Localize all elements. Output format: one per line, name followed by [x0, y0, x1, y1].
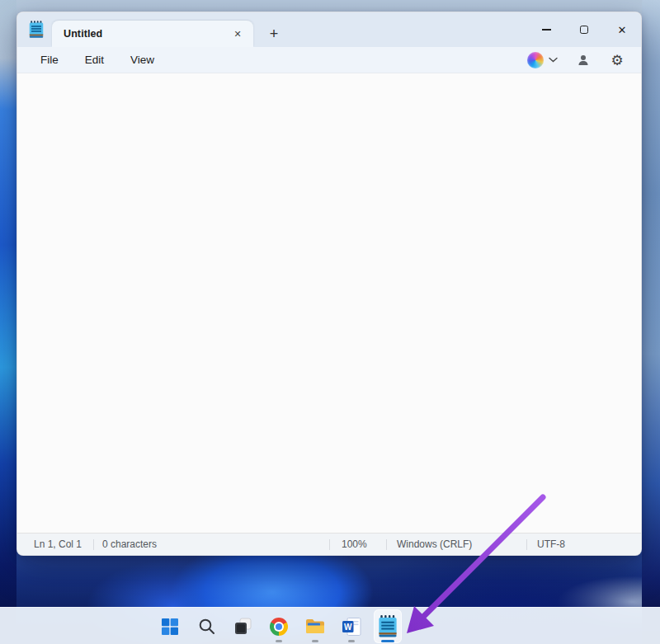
taskbar-notepad-button[interactable]: [374, 609, 402, 643]
running-indicator: [348, 640, 355, 642]
menu-bar: File Edit View ⚙: [17, 47, 641, 73]
account-button[interactable]: [573, 49, 594, 71]
tab-close-icon[interactable]: ✕: [229, 25, 247, 43]
notepad-app-icon: [29, 21, 44, 39]
close-icon: ✕: [618, 24, 627, 36]
person-icon: [577, 54, 590, 67]
menu-view[interactable]: View: [122, 49, 163, 70]
titlebar[interactable]: Untitled ✕ + ✕: [17, 12, 641, 47]
word-icon: W: [342, 618, 361, 636]
settings-button[interactable]: ⚙: [606, 49, 628, 71]
status-encoding: UTF-8: [527, 534, 641, 555]
taskbar-task-view-button[interactable]: [229, 609, 257, 643]
minimize-button[interactable]: [527, 12, 565, 47]
notepad-icon: [378, 615, 398, 638]
status-zoom-level: 100%: [330, 534, 386, 555]
file-explorer-icon: [305, 618, 325, 635]
taskbar-icons: W: [156, 609, 402, 643]
new-tab-button[interactable]: +: [263, 23, 285, 45]
menu-edit[interactable]: Edit: [77, 49, 112, 70]
menubar-right-icons: ⚙: [525, 49, 634, 71]
status-character-count: 0 characters: [94, 534, 329, 555]
taskbar: W: [0, 607, 660, 644]
status-bar: Ln 1, Col 1 0 characters 100% Windows (C…: [17, 533, 641, 555]
chrome-icon: [270, 618, 288, 636]
minimize-icon: [542, 29, 551, 31]
svg-text:W: W: [344, 622, 352, 631]
gear-icon: ⚙: [610, 52, 623, 68]
copilot-icon: [527, 52, 544, 68]
window-controls: ✕: [527, 12, 641, 47]
tab-title: Untitled: [64, 28, 229, 40]
status-cursor-position: Ln 1, Col 1: [17, 534, 93, 555]
active-indicator: [381, 640, 394, 642]
taskbar-file-explorer-button[interactable]: [301, 609, 329, 643]
taskbar-word-button[interactable]: W: [337, 609, 365, 643]
running-indicator: [276, 640, 282, 642]
taskbar-search-button[interactable]: [192, 609, 220, 643]
tab-untitled[interactable]: Untitled ✕: [52, 21, 253, 47]
windows-start-icon: [161, 618, 179, 636]
menu-file[interactable]: File: [32, 49, 67, 70]
maximize-button[interactable]: [565, 12, 603, 47]
status-line-ending: Windows (CRLF): [387, 534, 526, 555]
editor-area[interactable]: [17, 73, 641, 533]
notepad-window: Untitled ✕ + ✕ File Edit View: [16, 12, 642, 556]
taskbar-chrome-button[interactable]: [265, 609, 293, 643]
taskbar-start-button[interactable]: [156, 609, 184, 643]
maximize-icon: [580, 26, 588, 34]
search-icon: [198, 618, 215, 635]
copilot-button[interactable]: [525, 50, 560, 70]
close-button[interactable]: ✕: [603, 12, 641, 47]
chevron-down-icon: [549, 57, 558, 63]
task-view-icon: [234, 618, 252, 635]
running-indicator: [312, 640, 318, 642]
